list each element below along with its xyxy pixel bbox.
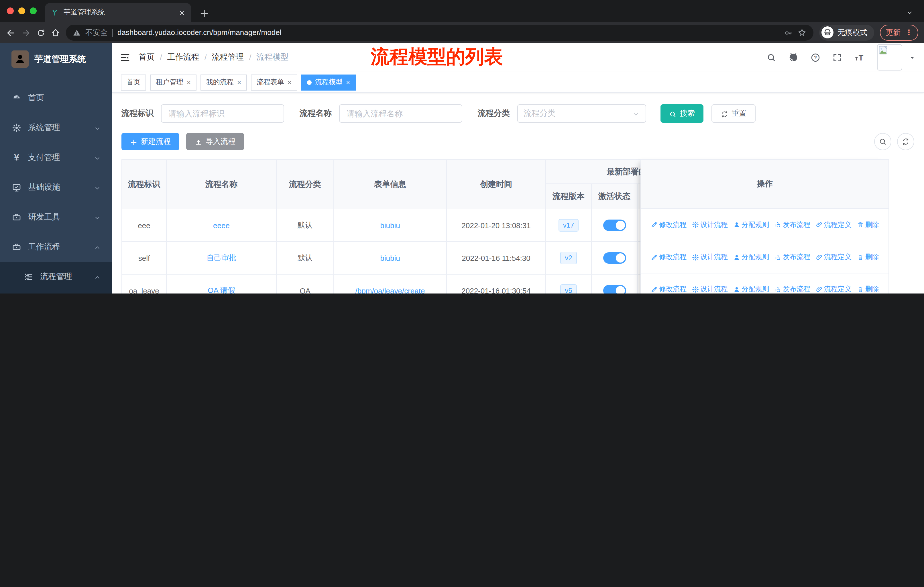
new-tab-button[interactable] xyxy=(200,8,209,18)
delete-action-link[interactable]: 删除 xyxy=(857,284,879,293)
help-icon[interactable]: ? xyxy=(810,52,820,63)
breadcrumb-item[interactable]: 首页 xyxy=(139,52,155,63)
sidebar-item-1[interactable]: 系统管理 xyxy=(0,113,112,143)
sidebar-item-3[interactable]: 基础设施 xyxy=(0,172,112,202)
process-name-link[interactable]: 自己审批 xyxy=(206,253,236,263)
refresh-table-button[interactable] xyxy=(897,133,914,150)
tag-close-icon[interactable]: × xyxy=(287,78,292,86)
sidebar-item-4[interactable]: 研发工具 xyxy=(0,202,112,232)
url-text: dashboard.yudao.iocoder.cn/bpm/manager/m… xyxy=(117,28,281,37)
forward-button[interactable] xyxy=(21,27,31,38)
tag-流程模型[interactable]: 流程模型× xyxy=(301,74,356,90)
fullscreen-icon[interactable] xyxy=(832,52,842,63)
breadcrumb-item[interactable]: 工作流程 xyxy=(167,52,200,63)
publish-action-link[interactable]: 发布流程 xyxy=(774,220,810,230)
design-action-link[interactable]: 设计流程 xyxy=(692,252,728,262)
search-button[interactable]: 搜索 xyxy=(660,104,703,123)
breadcrumb-item[interactable]: 流程管理 xyxy=(212,52,244,63)
tab-close-icon xyxy=(178,9,186,17)
sidebar-item-label: 系统管理 xyxy=(28,123,60,133)
browser-menu-icon[interactable]: ⋮ xyxy=(905,28,912,37)
assign-rule-action-link[interactable]: 分配规则 xyxy=(733,252,769,262)
yen-icon: ¥ xyxy=(12,152,21,163)
active-toggle[interactable] xyxy=(603,285,626,293)
delete-action-link[interactable]: 删除 xyxy=(857,220,879,230)
assign-rule-icon xyxy=(733,221,740,228)
sidebar: 芋道管理系统 首页系统管理¥支付管理基础设施研发工具工作流程流程管理流程表单用户… xyxy=(0,43,112,293)
user-avatar[interactable] xyxy=(877,44,902,71)
form-info-link[interactable]: biubiu xyxy=(380,221,400,230)
process-name-label: 流程名称 xyxy=(300,108,332,119)
form-info-link[interactable]: biubiu xyxy=(380,254,400,262)
sidebar-item-7[interactable]: 流程表单 xyxy=(0,292,112,293)
create-process-button[interactable]: 新建流程 xyxy=(121,133,179,150)
tag-流程表单[interactable]: 流程表单× xyxy=(251,74,297,90)
toggle-search-button[interactable] xyxy=(874,133,891,150)
breadcrumb-item: 流程模型 xyxy=(256,52,289,63)
browser-tab[interactable]: 芋道管理系统 xyxy=(45,3,191,22)
tag-label: 我的流程 xyxy=(206,78,234,87)
form-info-link[interactable]: /bpm/oa/leave/create xyxy=(355,286,425,293)
assign-rule-action-link[interactable]: 分配规则 xyxy=(733,220,769,230)
font-size-icon[interactable]: TT xyxy=(854,52,865,63)
active-toggle[interactable] xyxy=(603,220,626,231)
definition-action-link[interactable]: 流程定义 xyxy=(815,220,851,230)
sidebar-item-5[interactable]: 工作流程 xyxy=(0,232,112,262)
tag-close-icon[interactable]: × xyxy=(237,78,241,86)
process-key-input[interactable] xyxy=(161,104,284,123)
address-bar[interactable]: 不安全 dashboard.yudao.iocoder.cn/bpm/manag… xyxy=(66,24,813,40)
sidebar-collapse-button[interactable] xyxy=(120,52,130,63)
tabstrip-chevron-icon[interactable] xyxy=(906,7,914,17)
browser-update-button[interactable]: 更新 ⋮ xyxy=(880,24,918,40)
cell-category: 默认 xyxy=(277,242,334,274)
select-chevron-icon xyxy=(632,110,640,118)
process-name-input[interactable] xyxy=(339,104,462,123)
tag-首页[interactable]: 首页 xyxy=(121,74,146,90)
password-key-icon[interactable] xyxy=(784,28,793,37)
sidebar-item-2[interactable]: ¥支付管理 xyxy=(0,143,112,172)
window-close-button[interactable] xyxy=(7,7,14,14)
edit-action-link[interactable]: 修改流程 xyxy=(650,284,686,293)
sidebar-item-0[interactable]: 首页 xyxy=(0,83,112,113)
upload-icon xyxy=(195,139,202,146)
version-badge[interactable]: v17 xyxy=(559,219,579,231)
tag-close-icon[interactable]: × xyxy=(346,78,350,86)
design-action-link[interactable]: 设计流程 xyxy=(692,284,728,293)
browser-titlebar: 芋道管理系统 xyxy=(0,0,924,22)
definition-action-link[interactable]: 流程定义 xyxy=(815,252,851,262)
github-icon[interactable] xyxy=(788,52,799,63)
active-toggle[interactable] xyxy=(603,252,626,264)
edit-action-link[interactable]: 修改流程 xyxy=(650,252,686,262)
version-badge[interactable]: v2 xyxy=(560,251,577,264)
back-button[interactable] xyxy=(6,27,15,38)
tag-我的流程[interactable]: 我的流程× xyxy=(201,74,247,90)
process-name-link[interactable]: eeee xyxy=(213,221,230,230)
reset-button[interactable]: 重置 xyxy=(711,104,756,123)
delete-action-link[interactable]: 删除 xyxy=(857,252,879,262)
design-icon xyxy=(692,221,699,228)
tab-close-icon[interactable] xyxy=(178,8,186,17)
definition-action-link[interactable]: 流程定义 xyxy=(815,284,851,293)
header-search-icon[interactable] xyxy=(766,52,776,63)
window-zoom-button[interactable] xyxy=(30,7,37,14)
reload-button[interactable] xyxy=(37,27,45,38)
svg-text:T: T xyxy=(855,56,858,61)
home-button[interactable] xyxy=(51,27,60,38)
bookmark-star-icon[interactable] xyxy=(797,28,807,37)
design-action-link[interactable]: 设计流程 xyxy=(692,220,728,230)
sidebar-item-6[interactable]: 流程管理 xyxy=(0,262,112,292)
process-category-select[interactable]: 流程分类 xyxy=(517,104,646,123)
import-process-button[interactable]: 导入流程 xyxy=(186,133,244,150)
edit-action-link[interactable]: 修改流程 xyxy=(650,220,686,230)
tag-租户管理[interactable]: 租户管理× xyxy=(150,74,196,90)
actions-fixed-column: 操作 修改流程设计流程分配规则发布流程流程定义删除修改流程设计流程分配规则发布流… xyxy=(640,159,889,293)
window-minimize-button[interactable] xyxy=(18,7,25,14)
avatar-caret-icon[interactable] xyxy=(909,52,916,63)
tag-close-icon[interactable]: × xyxy=(187,78,191,86)
publish-icon xyxy=(774,254,781,261)
process-name-link[interactable]: OA 请假 xyxy=(208,286,235,293)
publish-action-link[interactable]: 发布流程 xyxy=(774,252,810,262)
publish-action-link[interactable]: 发布流程 xyxy=(774,284,810,293)
assign-rule-action-link[interactable]: 分配规则 xyxy=(733,284,769,293)
version-badge[interactable]: v5 xyxy=(560,284,577,293)
